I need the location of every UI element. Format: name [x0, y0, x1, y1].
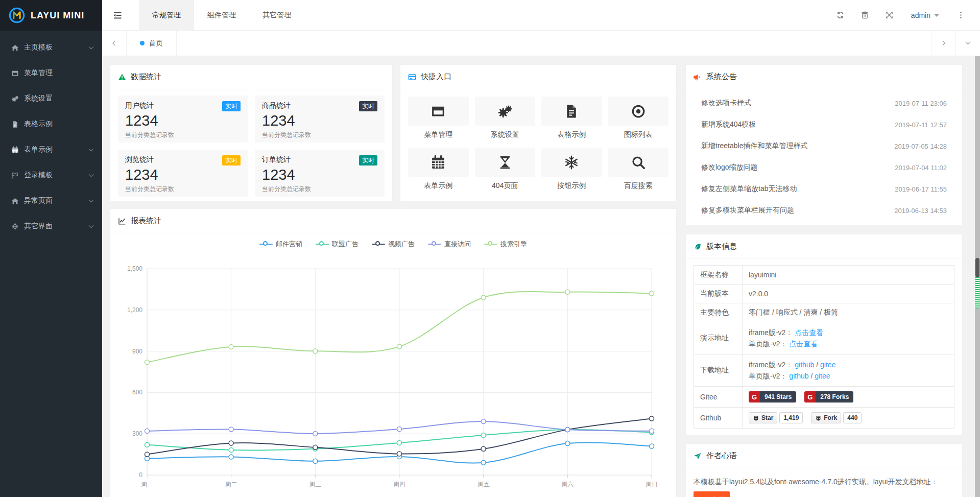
refresh-button[interactable]: [828, 0, 853, 31]
sidebar-item-other-pages[interactable]: 其它界面: [0, 214, 102, 239]
demo-link[interactable]: 点击查看: [795, 328, 823, 337]
quick-entry-system-settings[interactable]: 系统设置: [475, 97, 536, 139]
svg-text:600: 600: [132, 389, 142, 396]
quick-entry-menu-management[interactable]: 菜单管理: [408, 97, 469, 139]
flag-icon: [11, 172, 19, 179]
quick-entry-icon-list[interactable]: 图标列表: [608, 97, 669, 139]
github-fork-button[interactable]: Fork: [811, 412, 841, 423]
file-icon: [11, 121, 19, 128]
quick-entry-baidu-search[interactable]: 百度搜索: [608, 148, 669, 191]
scrollbar-thumb[interactable]: [975, 258, 979, 277]
author-words-panel: 作者心语 本模板基于layui2.5.4以及font-awesome-4.7.0…: [685, 443, 963, 497]
sidebar-item-table-examples[interactable]: 表格示例: [0, 111, 102, 137]
layui-docs-badge[interactable]: layui文档: [694, 491, 730, 497]
quick-entry-label: 表单示例: [408, 181, 469, 191]
panel-header: 数据统计: [110, 65, 392, 89]
announcement-item[interactable]: 修改选项卡样式 2019-07-11 23:06: [686, 92, 962, 114]
sidebar-item-home-templates[interactable]: 主页模板: [0, 35, 102, 60]
more-options-button[interactable]: [948, 0, 973, 31]
collapse-sidebar-button[interactable]: [102, 0, 133, 30]
svg-text:300: 300: [132, 430, 142, 437]
quick-entry-button-examples[interactable]: 按钮示例: [541, 148, 602, 191]
stat-card-orders[interactable]: 订单统计 实时 1234 当前分类总记录数: [255, 150, 385, 197]
panel-title: 数据统计: [131, 72, 161, 82]
panel-title: 作者心语: [706, 451, 737, 461]
tabbar-spacer: [177, 31, 931, 56]
quick-entry-table-examples[interactable]: 表格示例: [541, 97, 602, 139]
announcement-item[interactable]: 修改logo缩放问题 2019-07-04 11:02: [686, 157, 962, 178]
link-prefix: 单页版-v2：: [749, 340, 787, 348]
topnav-item-components[interactable]: 组件管理: [194, 0, 249, 30]
bullhorn-icon: [694, 73, 702, 81]
github-fork-count[interactable]: 440: [843, 412, 862, 423]
stat-label: 用户统计: [125, 101, 154, 110]
link-prefix: iframe版-v2：: [749, 361, 793, 369]
sidebar-item-error-pages[interactable]: 异常页面: [0, 188, 102, 214]
stat-card-views[interactable]: 浏览统计 实时 1234 当前分类总记录数: [118, 150, 248, 197]
topnav-item-general[interactable]: 常规管理: [139, 0, 194, 30]
gitee-link[interactable]: gitee: [815, 372, 830, 380]
github-fork-widget: Fork 440: [811, 412, 862, 423]
quick-entry-404-page[interactable]: 404页面: [475, 148, 536, 191]
svg-text:900: 900: [132, 348, 142, 355]
svg-text:0: 0: [139, 471, 142, 479]
tabs-menu-button[interactable]: [955, 31, 980, 56]
sidebar-item-menu-management[interactable]: 菜单管理: [0, 60, 102, 86]
user-menu[interactable]: admin: [902, 0, 948, 31]
legend-item-direct[interactable]: 直接访问: [428, 240, 471, 249]
announcement-item[interactable]: 修复左侧菜单缩放tab无法移动 2019-06-17 11:55: [686, 178, 962, 200]
stat-card-users[interactable]: 用户统计 实时 1234 当前分类总记录数: [118, 96, 248, 143]
fullscreen-button[interactable]: [877, 0, 902, 31]
github-link[interactable]: github: [795, 361, 814, 369]
tab-home[interactable]: 首页: [127, 31, 177, 56]
legend-item-affiliate[interactable]: 联盟广告: [316, 240, 358, 249]
report-line-chart: 周一周二周三周四周五周六周日03006009001,2001,500: [116, 251, 668, 495]
link-prefix: iframe版-v2：: [749, 328, 793, 337]
badge-text: Fork: [824, 414, 837, 421]
row-label: 演示地址: [694, 322, 743, 354]
window-icon: [431, 104, 446, 119]
stat-description: 当前分类总记录数: [125, 185, 241, 194]
github-star-count[interactable]: 1,419: [779, 412, 803, 423]
row-label: 框架名称: [694, 266, 743, 285]
legend-label: 视频广告: [388, 240, 415, 249]
logo[interactable]: LAYUI MINI: [0, 0, 102, 31]
legend-item-search-engine[interactable]: 搜索引擎: [484, 240, 527, 249]
snowflake-icon: [11, 223, 19, 230]
row-label: 当前版本: [694, 285, 743, 303]
sidebar-item-form-examples[interactable]: 表单示例: [0, 137, 102, 162]
legend-item-email[interactable]: 邮件营销: [259, 240, 302, 249]
github-star-button[interactable]: Star: [749, 412, 777, 423]
tabs-scroll-right-button[interactable]: [931, 31, 955, 56]
gitee-badges-cell: G 941 Stars G 278 Forks: [743, 387, 954, 408]
sidebar-item-system-settings[interactable]: 系统设置: [0, 86, 102, 111]
chevron-left-icon: [110, 39, 118, 47]
gitee-stars-badge[interactable]: G 941 Stars: [749, 391, 796, 403]
page-scrollbar[interactable]: [975, 56, 980, 497]
svg-text:周三: 周三: [309, 481, 321, 488]
announcement-item[interactable]: 修复多模块菜单栏展开有问题 2019-06-13 14:53: [686, 200, 962, 221]
quick-entry-form-examples[interactable]: 表单示例: [408, 148, 469, 191]
stat-card-products[interactable]: 商品统计 实时 1234 当前分类总记录数: [255, 96, 385, 143]
svg-text:1,500: 1,500: [127, 265, 142, 272]
legend-label: 直接访问: [444, 240, 471, 249]
author-line-1: 本模板基于layui2.5.4以及font-awesome-4.7.0进行实现。…: [694, 475, 954, 488]
demo-link[interactable]: 点击查看: [789, 340, 818, 348]
stats-grid: 用户统计 实时 1234 当前分类总记录数 商品统计 实时 1234 当前分类总…: [110, 89, 392, 201]
line-chart-icon: [118, 217, 126, 225]
gitee-forks-badge[interactable]: G 278 Forks: [804, 391, 853, 403]
legend-marker: [484, 241, 497, 247]
announcement-item[interactable]: 新增系统404模板 2019-07-11 12:57: [686, 114, 962, 135]
link-prefix: 单页版-v2：: [749, 372, 787, 380]
legend-item-video[interactable]: 视频广告: [372, 240, 415, 249]
github-link[interactable]: github: [789, 372, 808, 380]
announcement-item[interactable]: 新增treetable插件和菜单管理样式 2019-07-05 14:28: [686, 135, 962, 157]
clear-cache-button[interactable]: [853, 0, 877, 31]
topnav-item-other[interactable]: 其它管理: [249, 0, 304, 30]
tabs-scroll-left-button[interactable]: [102, 31, 127, 56]
stat-value: 1234: [262, 112, 377, 129]
sidebar-item-login-templates[interactable]: 登录模板: [0, 162, 102, 188]
table-row: 当前版本 v2.0.0: [694, 285, 954, 303]
quick-entry-label: 系统设置: [475, 130, 536, 139]
gitee-link[interactable]: gitee: [820, 361, 835, 369]
